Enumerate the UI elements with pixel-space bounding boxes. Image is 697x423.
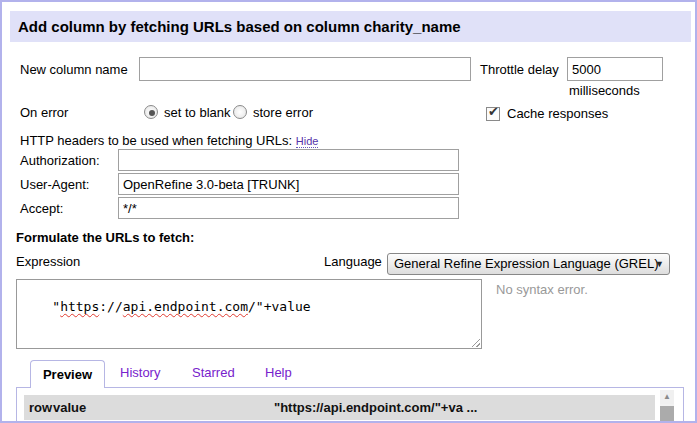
- tab-preview[interactable]: Preview: [30, 360, 105, 388]
- throttle-delay-label: Throttle delay: [480, 62, 559, 77]
- accept-input[interactable]: [118, 197, 459, 219]
- hide-headers-link[interactable]: Hide: [296, 135, 319, 148]
- column-header-value: value: [53, 400, 274, 415]
- language-select[interactable]: General Refine Expression Language (GREL…: [387, 253, 670, 275]
- store-error-radio[interactable]: [233, 105, 247, 119]
- user-agent-label: User-Agent:: [20, 177, 89, 192]
- set-to-blank-radio[interactable]: [144, 105, 158, 119]
- expression-part: ": [52, 299, 60, 314]
- preview-table-header: row value "https://api.endpoint.com/"+va…: [24, 395, 655, 420]
- store-error-radio-label[interactable]: store error: [253, 105, 313, 120]
- add-column-by-fetching-urls-dialog: Add column by fetching URLs based on col…: [0, 0, 697, 423]
- user-agent-input[interactable]: [118, 173, 459, 195]
- syntax-status: No syntax error.: [496, 282, 588, 297]
- set-to-blank-radio-label[interactable]: set to blank: [164, 105, 231, 120]
- checkmark-icon: ✔: [488, 105, 499, 119]
- language-label: Language: [324, 254, 382, 269]
- new-column-name-label: New column name: [20, 62, 128, 77]
- expression-input[interactable]: "https://api.endpoint.com/"+value: [16, 279, 482, 349]
- expression-part: /"+value: [248, 299, 311, 314]
- preview-scrollbar[interactable]: ▲: [660, 390, 674, 423]
- cache-responses-checkbox[interactable]: ✔: [486, 107, 500, 121]
- authorization-label: Authorization:: [20, 153, 100, 168]
- http-headers-heading: HTTP headers to be used when fetching UR…: [20, 133, 318, 148]
- authorization-input[interactable]: [118, 149, 459, 171]
- tab-history[interactable]: History: [120, 365, 160, 380]
- throttle-delay-input[interactable]: [567, 57, 663, 81]
- http-headers-heading-text: HTTP headers to be used when fetching UR…: [20, 133, 292, 148]
- expression-part-misspelled: api.endpoint.com: [123, 299, 248, 314]
- expression-part-misspelled: https: [60, 299, 99, 314]
- cache-responses-label[interactable]: Cache responses: [507, 106, 608, 121]
- new-column-name-input[interactable]: [139, 57, 471, 81]
- tab-starred[interactable]: Starred: [192, 365, 235, 380]
- resize-handle-icon[interactable]: [471, 338, 480, 347]
- scrollbar-thumb[interactable]: [660, 406, 674, 423]
- throttle-unit-label: milliseconds: [569, 83, 640, 98]
- tab-help[interactable]: Help: [265, 365, 292, 380]
- formulate-urls-heading: Formulate the URLs to fetch:: [16, 230, 194, 245]
- scroll-up-icon[interactable]: ▲: [660, 390, 674, 404]
- on-error-label: On error: [20, 105, 68, 120]
- preview-panel: row value "https://api.endpoint.com/"+va…: [16, 387, 684, 423]
- accept-label: Accept:: [20, 201, 63, 216]
- language-select-value: General Refine Expression Language (GREL…: [394, 256, 658, 271]
- expression-label: Expression: [16, 254, 80, 269]
- column-header-expression: "https://api.endpoint.com/"+va ...: [274, 400, 655, 415]
- expression-part: ://: [99, 299, 122, 314]
- dialog-title: Add column by fetching URLs based on col…: [10, 11, 691, 42]
- dropdown-arrow-icon: ▼: [655, 254, 664, 275]
- column-header-row: row: [29, 400, 53, 415]
